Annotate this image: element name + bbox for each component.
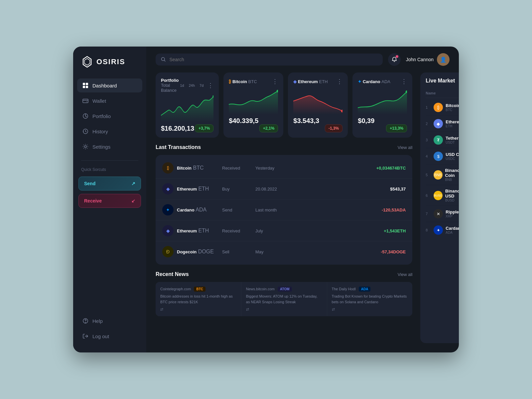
cardano-card-header: ✦ Cardano ADA ⋮ (358, 78, 407, 85)
search-input[interactable] (169, 57, 377, 62)
ethereum-card-title: ◆ Ethereum ETH (293, 79, 328, 84)
receive-button[interactable]: Receive ↙ (78, 194, 141, 208)
user-name: John Cannon (406, 57, 434, 62)
portfolio-card-subtitle: Total Balance (161, 83, 177, 93)
user-avatar: 👤 (437, 53, 450, 66)
market-row-busd[interactable]: 6 BUSD Binance USDBUSD $1,00 +0,01% -0,0… (426, 185, 459, 206)
search-bar[interactable] (156, 54, 383, 66)
market-coin-info: 7 ✕ RippleXRP (426, 209, 459, 218)
bitcoin-chart (229, 88, 278, 114)
portfolio-card-title: Portfolio Total Balance (161, 78, 179, 93)
portfolio-card-header: Portfolio Total Balance 1d 24h 7d ⋮ (161, 78, 213, 93)
market-title: Live Market (426, 78, 455, 84)
tx-coin: ◆ Ethereum ETH (162, 183, 222, 195)
cardano-value: $0,39 (358, 117, 407, 125)
bnb-market-icon: BNB (434, 170, 443, 180)
ethereum-card-header: ◆ Ethereum ETH ⋮ (293, 78, 342, 85)
sidebar-item-settings[interactable]: Settings (77, 140, 142, 154)
portfolio-card-menu[interactable]: ⋮ (207, 82, 213, 89)
svg-point-13 (161, 58, 165, 61)
cardano-chart (358, 88, 407, 114)
market-row-btc[interactable]: 1 ₿ BitcoinBTC $21.536,24 -0,03% +1,95% (426, 99, 459, 116)
eth-tx-icon: ◆ (162, 183, 174, 195)
history-label: History (92, 129, 108, 134)
sidebar-item-dashboard[interactable]: Dashboard (77, 78, 142, 92)
quick-shortcuts: Quick Sorcuts Send ↗ Receive ↙ (73, 167, 146, 211)
market-row-usdc[interactable]: 4 $ USD CoinUSDC $1,00 ~0,00% ~0,00% (426, 148, 459, 165)
dashboard-body: Portfolio Total Balance 1d 24h 7d ⋮ (146, 72, 459, 352)
svg-point-10 (84, 146, 86, 148)
quick-shortcuts-title: Quick Sorcuts (78, 167, 141, 172)
app-name: OSIRIS (96, 58, 125, 66)
sidebar-item-wallet[interactable]: Wallet (77, 94, 142, 108)
sidebar-item-portfolio[interactable]: Portfolio (77, 109, 142, 123)
svg-rect-6 (83, 99, 88, 103)
send-arrow-icon: ↗ (131, 181, 135, 186)
logo-icon (81, 56, 93, 68)
market-row-xrp[interactable]: 7 ✕ RippleXRP $0,34 +0,23% +2,46% (426, 206, 459, 222)
wallet-icon (82, 98, 88, 104)
market-row-bnb[interactable]: 5 BNB Binance CoinBNB $298,42 -0,03% +0,… (426, 165, 459, 185)
notifications-button[interactable] (388, 53, 401, 66)
bitcoin-card: ₿ Bitcoin BTC ⋮ (223, 72, 283, 138)
logo: OSIRIS (73, 56, 146, 78)
btc-market-icon: ₿ (434, 103, 443, 112)
bitcoin-card-menu[interactable]: ⋮ (272, 78, 278, 85)
ethereum-card-menu[interactable]: ⋮ (336, 78, 342, 85)
send-button[interactable]: Send ↗ (78, 177, 141, 191)
doge-tx-icon: Ð (162, 246, 174, 257)
header-right: John Cannon 👤 (388, 53, 450, 66)
time-filters: 1d 24h 7d (179, 83, 205, 88)
user-info: John Cannon 👤 (406, 53, 450, 66)
svg-rect-5 (86, 86, 88, 88)
news-section: Recent News View all Cointelegraph.com B… (156, 271, 412, 316)
market-cols: Name Price 1h% 24h% (426, 88, 459, 98)
sidebar-item-help[interactable]: Help (77, 314, 142, 328)
market-row-eth[interactable]: 2 ◆ EthereumETH $1.653,05 -0,01% +4,83% (426, 116, 459, 132)
time-24h[interactable]: 24h (188, 83, 196, 88)
dashboard-label: Dashboard (92, 83, 117, 88)
left-panel: Portfolio Total Balance 1d 24h 7d ⋮ (156, 72, 412, 343)
news-text: Biggest Movers: ATOM up 12% on Tuesday, … (246, 294, 322, 305)
sidebar-item-history[interactable]: History (77, 124, 142, 138)
transactions-section: Last Transactions View all ₿ Bitcoin BTC… (156, 144, 412, 265)
ethereum-chart (293, 88, 342, 114)
usdt-market-icon: ₮ (434, 135, 443, 145)
transactions-view-all[interactable]: View all (398, 145, 413, 150)
time-1d[interactable]: 1d (179, 83, 185, 88)
news-view-all[interactable]: View all (398, 272, 413, 277)
header: John Cannon 👤 (146, 47, 459, 72)
news-tag-ada: ADA (359, 287, 371, 292)
news-item: Cointelegraph.com BTC Bitcoin addresses … (156, 282, 241, 316)
table-row: ◆ Ethereum ETH Buy 20.08.2022 $543,37 (156, 179, 412, 200)
table-row: ₿ Bitcoin BTC Received Yesterday +0,0346… (156, 158, 412, 179)
help-icon (82, 318, 88, 324)
ethereum-value: $3.543,3 (293, 117, 342, 125)
cardano-card-menu[interactable]: ⋮ (401, 78, 407, 85)
market-coin-info: 3 ₮ TetherUSDT (426, 135, 459, 145)
bitcoin-value: $40.339,5 (229, 117, 278, 125)
ethereum-card: ◆ Ethereum ETH ⋮ (288, 72, 348, 138)
market-row-ada[interactable]: 8 ✦ CardanoADA $0,46 +0,43% +1,83% (426, 222, 459, 238)
news-link[interactable]: ⇄ (246, 307, 322, 312)
news-item: News.bitcoin.com ATOM Biggest Movers: AT… (241, 282, 327, 316)
news-item: The Daily Hodl ADA Trading Bot Known for… (327, 282, 413, 316)
portfolio-card: Portfolio Total Balance 1d 24h 7d ⋮ (156, 72, 219, 138)
svg-point-7 (86, 101, 87, 102)
portfolio-chart (161, 95, 213, 122)
time-7d[interactable]: 7d (198, 83, 205, 88)
notification-dot (396, 55, 398, 58)
news-link[interactable]: ⇄ (160, 307, 236, 312)
transactions-table: ₿ Bitcoin BTC Received Yesterday +0,0346… (156, 155, 412, 265)
settings-label: Settings (92, 144, 110, 150)
market-coin-info: 8 ✦ CardanoADA (426, 225, 459, 235)
news-text: Trading Bot Known for beating Crypto Mar… (332, 294, 408, 305)
ada-market-icon: ✦ (434, 225, 443, 235)
market-row-usdt[interactable]: 3 ₮ TetherUSDT $1,00 ~0,00% ~0,00% (426, 132, 459, 148)
market-header: Live Market Expand (426, 78, 459, 84)
sidebar-item-logout[interactable]: Log out (77, 329, 142, 343)
sidebar-bottom: Help Log out (73, 314, 146, 343)
eth2-tx-icon: ◆ (162, 225, 174, 236)
svg-rect-2 (83, 83, 85, 85)
news-link[interactable]: ⇄ (332, 307, 408, 312)
